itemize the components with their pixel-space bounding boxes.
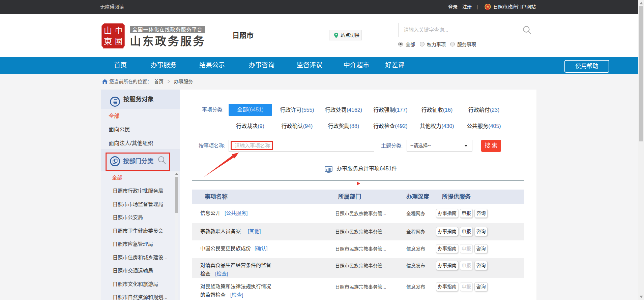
svg-text:國: 國 [115,37,122,45]
svg-text:山: 山 [104,26,112,35]
svg-text:東: 東 [104,37,112,46]
svg-text:中: 中 [115,26,122,35]
